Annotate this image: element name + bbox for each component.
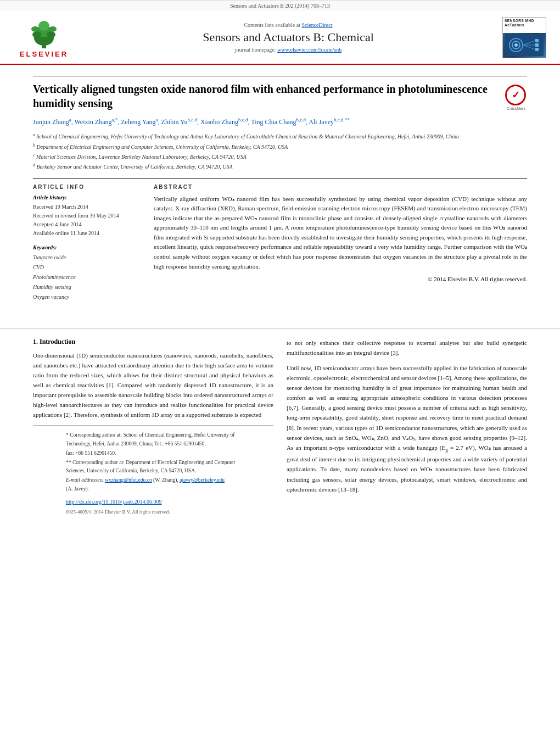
abstract-copyright: © 2014 Elsevier B.V. All rights reserved… bbox=[154, 276, 527, 282]
contents-text: Contents lists available at bbox=[244, 22, 300, 28]
svg-point-3 bbox=[38, 21, 49, 31]
doi-bar-text: Sensors and Actuators B 202 (2014) 708–7… bbox=[230, 3, 330, 9]
doi-link[interactable]: http://dx.doi.org/10.1016/j.snb.2014.06.… bbox=[66, 499, 162, 505]
science-direct-link[interactable]: ScienceDirect bbox=[301, 22, 332, 28]
journal-branding: ELSEVIER Contents lists available at Sci… bbox=[0, 11, 560, 64]
svg-rect-15 bbox=[535, 39, 539, 42]
svg-point-4 bbox=[32, 31, 41, 38]
journal-title-center: Contents lists available at ScienceDirec… bbox=[77, 22, 500, 53]
svg-rect-16 bbox=[535, 43, 539, 47]
article-info-heading: ARTICLE INFO bbox=[33, 184, 143, 190]
keywords-list: Tungsten oxide CVD Photoluminescence Hum… bbox=[33, 253, 143, 302]
article-title-section: Vertically aligned tungsten oxide nanoro… bbox=[33, 76, 527, 110]
keywords-title: Keywords: bbox=[33, 244, 143, 250]
affiliation-c: c Material Sciences Division, Lawrence B… bbox=[33, 152, 527, 161]
paper-col-left: 1. Introduction One-dimensional (1D) sem… bbox=[33, 338, 273, 520]
footnote-2: fax: +86 551 62901450. bbox=[66, 449, 240, 458]
svg-point-7 bbox=[49, 26, 57, 32]
footnote-1: * Corresponding author at: School of Che… bbox=[66, 431, 240, 448]
keyword-3: Photoluminescence bbox=[33, 272, 143, 282]
article-history: Article history: Received 19 March 2014 … bbox=[33, 194, 143, 238]
crossmark-icon: ✓ bbox=[505, 85, 526, 105]
elsevier-text: ELSEVIER bbox=[20, 50, 68, 58]
received-date: Received 19 March 2014 bbox=[33, 203, 143, 211]
crossmark-logo: ✓ CrossMark bbox=[505, 85, 527, 107]
intro-heading: 1. Introduction bbox=[33, 338, 273, 346]
accepted-date: Accepted 4 June 2014 bbox=[33, 220, 143, 229]
journal-homepage-link[interactable]: www.elsevier.com/locate/snb bbox=[277, 47, 341, 53]
article-title: Vertically aligned tungsten oxide nanoro… bbox=[33, 82, 494, 110]
authors-line: Junjun Zhanga, Weixin Zhanga,*, Zeheng Y… bbox=[33, 116, 527, 127]
keywords-section: Keywords: Tungsten oxide CVD Photolumine… bbox=[33, 244, 143, 302]
journal-title: Sensors and Actuators B: Chemical bbox=[77, 30, 500, 44]
doi-bar: Sensors and Actuators B 202 (2014) 708–7… bbox=[0, 0, 560, 11]
keyword-1: Tungsten oxide bbox=[33, 253, 143, 263]
article-info-panel: ARTICLE INFO Article history: Received 1… bbox=[33, 184, 143, 309]
intro-para-2: to not only enhance their collective res… bbox=[287, 338, 527, 358]
affiliation-d: d Berkeley Sensor and Actuator Center, U… bbox=[33, 162, 527, 171]
intro-para-3: Until now, 1D semiconductor arrays have … bbox=[287, 363, 527, 494]
affiliation-a: a School of Chemical Engineering, Hefei … bbox=[33, 132, 527, 141]
keyword-4: Humidity sensing bbox=[33, 282, 143, 292]
article-content: Vertically aligned tungsten oxide nanoro… bbox=[0, 65, 560, 320]
abstract-heading: ABSTRACT bbox=[154, 184, 527, 190]
journal-homepage: journal homepage: www.elsevier.com/locat… bbox=[77, 47, 500, 53]
intro-para-1: One-dimensional (1D) semiconductor nanos… bbox=[33, 350, 273, 420]
footnote-3: ** Corresponding author at: Department o… bbox=[66, 459, 240, 475]
history-title: Article history: bbox=[33, 194, 143, 200]
journal-header: Sensors and Actuators B 202 (2014) 708–7… bbox=[0, 0, 560, 65]
contents-line: Contents lists available at ScienceDirec… bbox=[77, 22, 500, 28]
received-revised-date: Received in revised form 30 May 2014 bbox=[33, 211, 143, 220]
copyright-footer: 0925-4005/© 2014 Elsevier B.V. All right… bbox=[33, 509, 273, 520]
paper-body: 1. Introduction One-dimensional (1D) sem… bbox=[0, 338, 560, 520]
svg-rect-17 bbox=[535, 48, 539, 51]
elsevier-logo: ELSEVIER bbox=[11, 17, 77, 58]
abstract-section: ABSTRACT Vertically aligned uniform WO₃ … bbox=[154, 184, 527, 309]
keyword-5: Oxygen vacancy bbox=[33, 292, 143, 302]
abstract-text: Vertically aligned uniform WO₃ nanorod f… bbox=[154, 194, 527, 272]
doi-footer: http://dx.doi.org/10.1016/j.snb.2014.06.… bbox=[33, 494, 273, 509]
svg-point-5 bbox=[47, 31, 55, 38]
keyword-2: CVD bbox=[33, 263, 143, 272]
footnote-4: E-mail addresses: wxzhang@hfut.edu.cn (W… bbox=[66, 476, 240, 493]
email-link-1[interactable]: wxzhang@hfut.edu.cn bbox=[105, 477, 152, 483]
crossmark-label: CrossMark bbox=[505, 107, 527, 110]
article-body: ARTICLE INFO Article history: Received 1… bbox=[33, 178, 527, 309]
email-link-2[interactable]: ajavey@berkeley.edu bbox=[180, 477, 225, 483]
paper-col-right: to not only enhance their collective res… bbox=[287, 338, 527, 520]
sensors-actuators-logo: SENSORS МНDAcTuators bbox=[500, 15, 549, 59]
elsevier-tree-icon bbox=[22, 17, 66, 50]
affiliation-b: b Department of Electrical Engineering a… bbox=[33, 142, 527, 151]
available-date: Available online 11 June 2014 bbox=[33, 229, 143, 238]
footnote-section: * Corresponding author at: School of Che… bbox=[33, 425, 273, 493]
sensors-logo-text: SENSORS МНDAcTuators bbox=[503, 18, 546, 33]
sensors-logo-image bbox=[503, 33, 546, 58]
svg-point-11 bbox=[514, 43, 518, 47]
svg-point-6 bbox=[31, 26, 39, 32]
affiliations: a School of Chemical Engineering, Hefei … bbox=[33, 132, 527, 171]
